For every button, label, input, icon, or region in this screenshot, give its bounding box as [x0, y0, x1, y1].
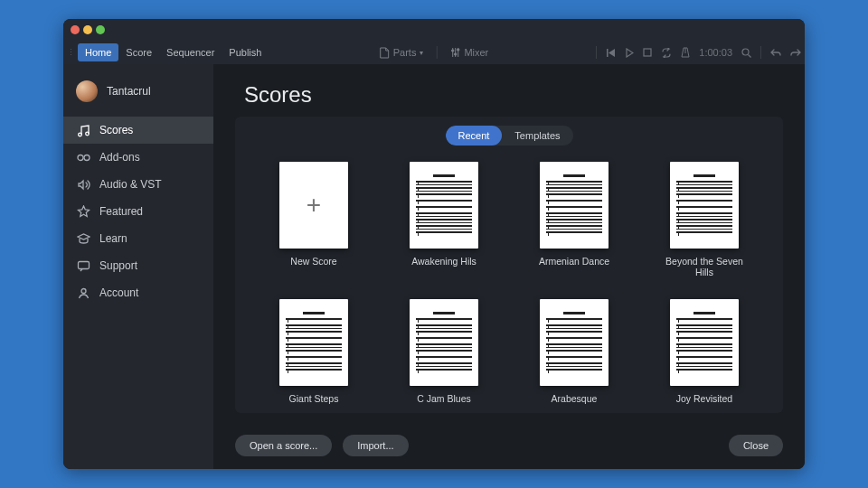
sidebar-item-label: Support — [99, 259, 137, 272]
parts-dropdown[interactable]: Parts ▾ — [380, 47, 424, 59]
play-icon[interactable] — [625, 48, 634, 58]
separator — [760, 46, 761, 59]
svg-point-1 — [454, 53, 456, 55]
sidebar-item-label: Account — [99, 286, 138, 299]
learn-icon — [76, 231, 90, 246]
window-close-button[interactable] — [71, 25, 80, 34]
svg-rect-4 — [644, 49, 651, 56]
account-icon — [76, 286, 90, 300]
score-thumbnail — [410, 299, 478, 386]
score-label: Giant Steps — [289, 393, 339, 404]
zoom-icon[interactable] — [741, 48, 751, 58]
menu-publish[interactable]: Publish — [222, 43, 269, 61]
svg-point-9 — [84, 155, 90, 160]
score-label: C Jam Blues — [417, 393, 471, 404]
avatar — [76, 80, 98, 102]
sheet-music-preview — [546, 308, 602, 378]
svg-point-6 — [78, 133, 81, 136]
sheet-music-preview — [416, 308, 472, 378]
user-block[interactable]: Tantacrul — [63, 71, 213, 111]
sheet-music-preview — [416, 171, 472, 240]
star-icon — [76, 204, 90, 219]
page-title: Scores — [213, 64, 805, 117]
score-card[interactable]: Giant Steps — [279, 299, 348, 409]
new-score-thumbnail: + — [279, 162, 348, 249]
sidebar-item-addons[interactable]: Add-ons — [63, 144, 213, 171]
sidebar-item-label: Featured — [99, 205, 143, 218]
svg-rect-3 — [607, 49, 609, 57]
open-score-button[interactable]: Open a score... — [235, 435, 332, 456]
score-card[interactable]: Beyond the Seven Hills — [664, 162, 745, 283]
window-minimize-button[interactable] — [83, 25, 92, 34]
sheet-music-preview — [286, 308, 342, 378]
parts-label: Parts — [393, 47, 417, 58]
separator — [596, 46, 597, 59]
score-card[interactable]: Joy Revisited — [670, 299, 739, 409]
score-label: Joy Revisited — [676, 393, 732, 404]
redo-icon[interactable] — [790, 48, 801, 58]
sidebar-item-audio[interactable]: Audio & VST — [63, 171, 213, 198]
score-card[interactable]: Arabesque — [540, 299, 609, 409]
rewind-icon[interactable] — [606, 48, 616, 58]
sidebar-item-scores[interactable]: Scores — [63, 117, 213, 144]
menu-home[interactable]: Home — [78, 43, 118, 61]
menu-score[interactable]: Score — [118, 43, 159, 61]
score-card[interactable]: C Jam Blues — [410, 299, 478, 409]
sidebar-item-support[interactable]: Support — [63, 252, 213, 279]
sidebar-item-label: Audio & VST — [99, 178, 162, 191]
menubar-center: Parts ▾ Mixer — [380, 46, 489, 59]
sidebar-item-learn[interactable]: Learn — [63, 225, 213, 252]
tab-bar: Recent Templates — [235, 117, 783, 145]
separator — [436, 46, 437, 59]
score-thumbnail — [670, 162, 739, 249]
score-label: New Score — [290, 256, 336, 267]
sidebar: Tantacrul Scores Add-ons Audio & VST Fe — [63, 64, 213, 469]
undo-icon[interactable] — [770, 48, 781, 58]
plus-icon: + — [307, 191, 321, 220]
tab-templates[interactable]: Templates — [502, 126, 572, 145]
menubar: ⋮⋮ Home Score Sequencer Publish Parts ▾ … — [63, 41, 805, 64]
addons-icon — [76, 150, 90, 164]
support-icon — [76, 258, 90, 273]
sidebar-item-label: Add-ons — [99, 151, 140, 164]
chevron-down-icon: ▾ — [420, 49, 423, 57]
close-button[interactable]: Close — [729, 435, 783, 456]
svg-point-2 — [457, 49, 458, 51]
drag-grip-icon: ⋮⋮ — [67, 48, 76, 57]
import-button[interactable]: Import... — [343, 435, 408, 456]
score-card[interactable]: Awakening Hils — [410, 162, 478, 283]
stop-icon[interactable] — [643, 48, 652, 57]
document-icon — [380, 47, 390, 59]
score-thumbnail — [410, 162, 478, 249]
tab-recent[interactable]: Recent — [446, 126, 503, 145]
score-thumbnail — [670, 299, 739, 386]
menu-sequencer[interactable]: Sequencer — [159, 43, 222, 61]
loop-icon[interactable] — [661, 48, 672, 58]
main-content: Scores Recent Templates +New ScoreAwaken… — [213, 64, 805, 469]
svg-rect-10 — [78, 261, 89, 268]
sheet-music-preview — [546, 171, 602, 240]
score-thumbnail — [279, 299, 348, 386]
app-body: Tantacrul Scores Add-ons Audio & VST Fe — [63, 64, 805, 469]
sidebar-item-label: Learn — [99, 232, 127, 245]
score-thumbnail — [540, 299, 609, 386]
score-label: Armenian Dance — [539, 256, 609, 267]
score-label: Awakening Hils — [411, 256, 476, 267]
new-score-card[interactable]: +New Score — [279, 162, 348, 283]
metronome-icon[interactable] — [681, 47, 690, 58]
score-thumbnail — [540, 162, 609, 249]
score-card[interactable]: Armenian Dance — [539, 162, 609, 283]
sidebar-item-featured[interactable]: Featured — [63, 198, 213, 225]
audio-icon — [76, 177, 90, 192]
svg-point-5 — [742, 49, 749, 55]
mixer-button[interactable]: Mixer — [449, 47, 488, 58]
menubar-right: 1:00:03 — [596, 46, 801, 59]
sheet-music-preview — [676, 308, 732, 378]
sidebar-item-account[interactable]: Account — [63, 279, 213, 306]
sidebar-nav: Scores Add-ons Audio & VST Featured Lear… — [63, 117, 213, 306]
svg-point-0 — [451, 50, 453, 52]
score-label: Arabesque — [552, 393, 598, 404]
scores-panel: Recent Templates +New ScoreAwakening Hil… — [235, 117, 783, 413]
window-maximize-button[interactable] — [96, 25, 105, 34]
tabs-inner: Recent Templates — [446, 126, 573, 145]
